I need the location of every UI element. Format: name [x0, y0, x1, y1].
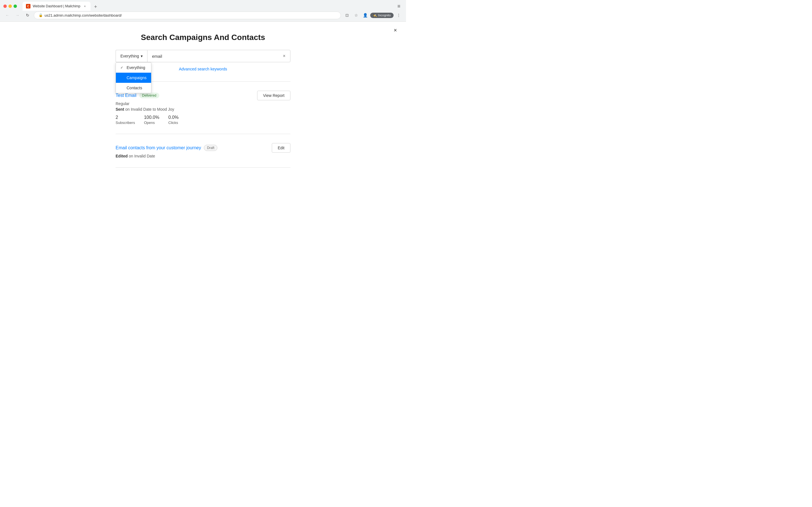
- result-1-title[interactable]: Test Email: [116, 93, 137, 98]
- result-1-meta: Sent on Invalid Date to Mood Joy: [116, 107, 290, 112]
- browser-chrome: C Website Dashboard | Mailchimp × + ≡ ← …: [0, 0, 406, 22]
- stat-opens-label: Opens: [144, 121, 159, 125]
- result-1-sent-date: on Invalid Date: [125, 107, 151, 112]
- stat-clicks-value: 0.0%: [168, 115, 179, 120]
- stat-subscribers: 2 Subscribers: [116, 115, 135, 125]
- result-2-header: Email contacts from your customer journe…: [116, 143, 290, 153]
- result-2-status-badge: Draft: [204, 145, 217, 151]
- stat-clicks: 0.0% Clicks: [168, 115, 179, 125]
- result-1-type: Regular: [116, 101, 290, 106]
- page-content: × Search Campaigns And Contacts Everythi…: [0, 22, 406, 178]
- tab-title: Website Dashboard | Mailchimp: [33, 4, 80, 8]
- result-2-edited-label: Edited: [116, 154, 128, 158]
- bookmark-btn[interactable]: ☆: [352, 11, 360, 19]
- result-1-title-area: Test Email Delivered: [116, 93, 159, 98]
- stat-subscribers-value: 2: [116, 115, 135, 120]
- result-2-title-area: Email contacts from your customer journe…: [116, 145, 217, 151]
- more-menu-btn[interactable]: ⋮: [395, 11, 403, 19]
- edit-btn[interactable]: Edit: [272, 143, 290, 153]
- dropdown-item-contacts[interactable]: Contacts: [116, 83, 151, 93]
- result-1-stats: 2 Subscribers 100.0% Opens 0.0% Clicks: [116, 115, 290, 125]
- stat-opens-value: 100.0%: [144, 115, 159, 120]
- filter-btn[interactable]: Everything ▾: [116, 50, 147, 62]
- dropdown-label-everything: Everything: [126, 65, 145, 70]
- toolbar-right: ⊡ ☆ 👤 🕵 Incognito ⋮: [343, 11, 403, 19]
- middle-divider: [116, 134, 290, 134]
- window-maximize-btn[interactable]: [13, 4, 17, 8]
- url-text: us21.admin.mailchimp.com/website/dashboa…: [45, 13, 122, 17]
- result-2-edited-date: on Invalid Date: [129, 154, 155, 158]
- search-clear-btn[interactable]: ×: [281, 53, 288, 59]
- title-bar: C Website Dashboard | Mailchimp × + ≡: [0, 0, 406, 10]
- dropdown-label-campaigns: Campaigns: [126, 75, 147, 80]
- stat-opens: 100.0% Opens: [144, 115, 159, 125]
- close-modal-btn[interactable]: ×: [391, 26, 399, 34]
- result-2-edited: Edited on Invalid Date: [116, 154, 290, 158]
- more-tabs-btn[interactable]: ≡: [397, 3, 400, 9]
- filter-dropdown: Everything ▾ ✓ Everything Campaigns Cont…: [116, 50, 147, 62]
- address-bar[interactable]: 🔒 us21.admin.mailchimp.com/website/dashb…: [34, 11, 341, 19]
- window-close-btn[interactable]: [3, 4, 7, 8]
- view-report-btn[interactable]: View Report: [257, 91, 290, 100]
- refresh-btn[interactable]: ↻: [24, 11, 32, 19]
- incognito-label: Incognito: [378, 13, 391, 17]
- window-minimize-btn[interactable]: [8, 4, 12, 8]
- window-controls: [3, 4, 17, 8]
- tab-close-btn[interactable]: ×: [83, 4, 87, 8]
- result-item-email-contacts: Email contacts from your customer journe…: [116, 138, 290, 163]
- result-2-title[interactable]: Email contacts from your customer journe…: [116, 145, 201, 151]
- active-tab[interactable]: C Website Dashboard | Mailchimp ×: [22, 2, 91, 11]
- back-btn[interactable]: ←: [3, 11, 11, 19]
- result-1-sent-to: to Mood Joy: [153, 107, 174, 112]
- checkmark-everything: ✓: [120, 66, 124, 69]
- profile-btn[interactable]: 👤: [361, 11, 369, 19]
- tab-bar: C Website Dashboard | Mailchimp × +: [20, 2, 100, 11]
- new-tab-btn[interactable]: +: [92, 3, 100, 11]
- incognito-icon: 🕵: [373, 13, 377, 17]
- result-1-status-badge: Delivered: [139, 93, 159, 98]
- filter-label: Everything: [120, 54, 139, 58]
- dropdown-label-contacts: Contacts: [126, 86, 142, 90]
- search-input[interactable]: [147, 50, 290, 62]
- lock-icon: 🔒: [39, 13, 43, 17]
- dropdown-item-everything[interactable]: ✓ Everything: [116, 62, 151, 73]
- filter-dropdown-menu: ✓ Everything Campaigns Contacts: [116, 62, 151, 93]
- stat-subscribers-label: Subscribers: [116, 121, 135, 125]
- tab-favicon: C: [26, 4, 31, 8]
- filter-chevron-icon: ▾: [141, 54, 143, 58]
- incognito-badge: 🕵 Incognito: [370, 13, 394, 18]
- address-bar-row: ← → ↻ 🔒 us21.admin.mailchimp.com/website…: [0, 10, 406, 21]
- search-input-wrapper: ×: [147, 50, 290, 62]
- result-1-sent-label: Sent: [116, 107, 124, 112]
- dropdown-item-campaigns[interactable]: Campaigns: [116, 73, 151, 83]
- page-title: Search Campaigns And Contacts: [141, 33, 265, 42]
- forward-btn[interactable]: →: [13, 11, 21, 19]
- search-area: Everything ▾ ✓ Everything Campaigns Cont…: [116, 50, 290, 62]
- stat-clicks-label: Clicks: [168, 121, 179, 125]
- bottom-divider: [116, 167, 290, 168]
- cast-btn[interactable]: ⊡: [343, 11, 351, 19]
